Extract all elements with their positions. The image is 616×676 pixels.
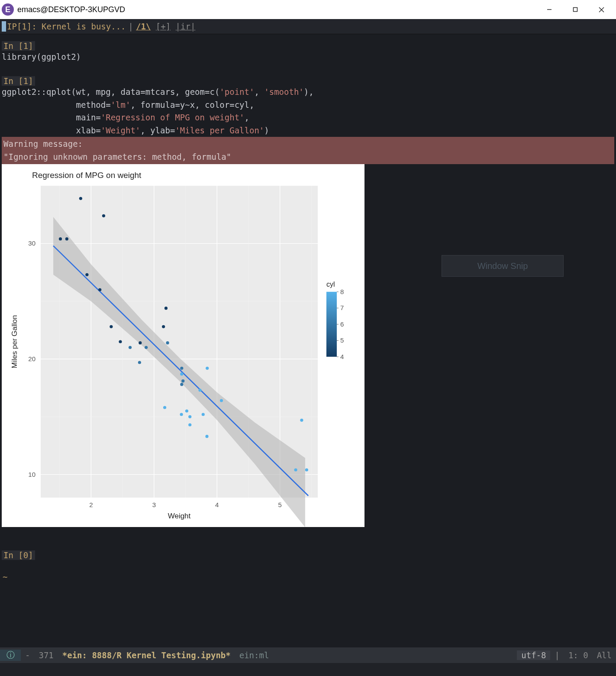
svg-text:5: 5 — [278, 501, 282, 508]
cell-prompt: In [1] — [2, 76, 35, 86]
svg-text:2: 2 — [89, 501, 93, 508]
svg-point-38 — [102, 214, 105, 217]
code-cell-1[interactable]: library(ggplot2) — [2, 51, 614, 63]
svg-point-39 — [65, 237, 68, 240]
svg-text:Regression of MPG on weight: Regression of MPG on weight — [32, 171, 142, 180]
titlebar[interactable]: E emacs@DESKTOP-3KUPGVD — [0, 0, 616, 19]
close-button[interactable] — [588, 1, 614, 18]
svg-point-31 — [180, 383, 183, 386]
svg-text:cyl: cyl — [326, 281, 335, 288]
major-mode[interactable]: ein:ml — [235, 650, 274, 660]
svg-point-28 — [164, 307, 168, 310]
svg-point-34 — [202, 413, 205, 416]
svg-text:3: 3 — [152, 501, 156, 508]
svg-point-35 — [294, 468, 297, 471]
emacs-window: E emacs@DESKTOP-3KUPGVD IP[1]: Kernel is… — [0, 0, 616, 676]
maximize-button[interactable] — [562, 1, 588, 18]
svg-text:8: 8 — [340, 288, 344, 295]
svg-text:6: 6 — [340, 320, 344, 328]
worksheet-tab[interactable]: /1\ — [136, 22, 151, 31]
encoding[interactable]: utf-8 — [517, 650, 550, 660]
cursor-indicator — [2, 21, 6, 32]
cell-prompt: In [1] — [2, 41, 35, 51]
svg-text:10: 10 — [28, 471, 35, 478]
notebook-buffer[interactable]: In [1] library(ggplot2) In [1] ggplot2::… — [0, 34, 616, 647]
end-of-buffer: ~ — [2, 572, 614, 582]
modeline[interactable]: ⓘ - 371 *ein: 8888/R Kernel Testing.ipyn… — [0, 647, 616, 663]
svg-point-49 — [163, 406, 166, 409]
svg-point-22 — [145, 346, 148, 349]
notebook-header: IP[1]: Kernel is busy... | /1\ [+] |ir| — [0, 19, 616, 34]
buffer-name[interactable]: *ein: 8888/R Kernel Testing.ipynb* — [58, 650, 235, 660]
svg-point-45 — [206, 367, 209, 370]
svg-text:20: 20 — [28, 355, 35, 362]
svg-point-41 — [119, 340, 122, 343]
svg-point-44 — [205, 435, 208, 438]
svg-point-40 — [79, 197, 82, 200]
svg-rect-1 — [574, 8, 577, 12]
line-count: 371 — [34, 650, 58, 660]
svg-point-33 — [198, 388, 201, 391]
svg-text:Weight: Weight — [168, 512, 191, 520]
svg-text:4: 4 — [215, 501, 219, 508]
svg-point-30 — [180, 367, 183, 370]
svg-point-36 — [305, 468, 308, 471]
cursor-position: 1: 0 — [564, 650, 593, 660]
svg-point-24 — [166, 341, 169, 344]
code-cell-2[interactable]: xlab='Weight', ylab='Miles per Gallon') — [2, 124, 614, 137]
svg-text:4: 4 — [340, 353, 344, 360]
svg-point-50 — [138, 361, 141, 364]
svg-point-32 — [220, 399, 223, 402]
kernel-lang[interactable]: |ir| — [176, 22, 196, 31]
svg-text:5: 5 — [340, 336, 344, 344]
svg-point-23 — [110, 325, 113, 328]
svg-text:30: 30 — [28, 239, 35, 247]
svg-point-42 — [185, 409, 188, 412]
kernel-status: IP[1]: Kernel is busy... — [7, 22, 126, 31]
svg-text:Miles per Gallon: Miles per Gallon — [10, 315, 19, 369]
emacs-icon: E — [2, 3, 14, 16]
minibuffer[interactable] — [0, 663, 616, 676]
svg-rect-64 — [326, 292, 337, 357]
svg-point-29 — [162, 325, 165, 328]
code-cell-2[interactable]: method='lm', formula=y~x, color=cyl, — [2, 99, 614, 111]
svg-point-48 — [59, 237, 62, 240]
code-cell-2[interactable]: ggplot2::qplot(wt, mpg, data=mtcars, geo… — [2, 86, 614, 98]
scroll-position: All — [593, 650, 616, 660]
svg-point-51 — [188, 415, 191, 418]
minimize-button[interactable] — [536, 1, 562, 18]
svg-point-52 — [139, 341, 142, 344]
svg-point-47 — [98, 288, 101, 291]
warning-output: Warning message: "Ignoring unknown param… — [2, 137, 614, 164]
svg-point-43 — [180, 413, 183, 416]
code-cell-2[interactable]: main='Regression of MPG on weight', — [2, 111, 614, 124]
svg-point-25 — [180, 372, 183, 375]
svg-point-46 — [85, 273, 88, 276]
cell-prompt: In [0] — [2, 550, 35, 560]
svg-text:7: 7 — [340, 304, 344, 311]
svg-point-27 — [188, 423, 191, 426]
plot-output: 2345102030WeightMiles per GallonRegressi… — [2, 164, 364, 527]
svg-point-26 — [181, 379, 184, 382]
svg-point-21 — [129, 346, 132, 349]
svg-point-37 — [300, 419, 303, 422]
info-icon[interactable]: ⓘ — [0, 650, 21, 661]
add-cell-button[interactable]: [+] — [156, 22, 171, 31]
window-title: emacs@DESKTOP-3KUPGVD — [17, 5, 536, 14]
